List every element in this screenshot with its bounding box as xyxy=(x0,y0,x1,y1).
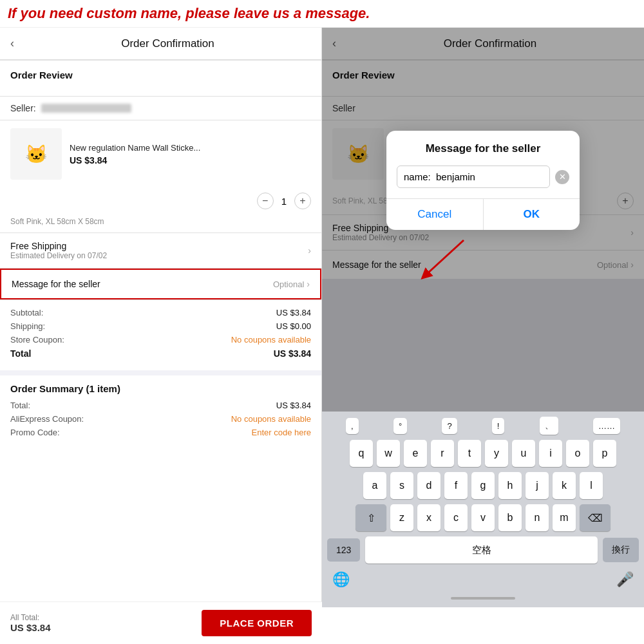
kb-exclaim-key[interactable]: ! xyxy=(492,418,505,434)
left-bottom-bar: All Total: US $3.84 PLACE ORDER xyxy=(0,601,322,607)
left-total-label: Total xyxy=(10,348,31,359)
kb-row1: q w e r t y u i o p xyxy=(322,437,644,469)
left-coupon-row: Store Coupon: No coupons available xyxy=(10,335,311,345)
kb-g[interactable]: g xyxy=(471,472,495,499)
kb-l[interactable]: l xyxy=(580,472,603,499)
dialog-actions: Cancel OK xyxy=(386,198,580,230)
kb-top-row: , ° ? ! 、 …… xyxy=(322,412,644,437)
kb-shift[interactable]: ⇧ xyxy=(355,504,386,531)
kb-r[interactable]: r xyxy=(431,440,454,467)
left-promo-value[interactable]: Enter code here xyxy=(251,428,311,437)
kb-h[interactable]: h xyxy=(498,472,522,499)
kb-m[interactable]: m xyxy=(553,504,576,531)
on-screen-keyboard: , ° ? ! 、 …… q w e r t y u i o p xyxy=(322,412,644,607)
kb-e[interactable]: e xyxy=(404,440,427,467)
left-shipping-total-value: US $0.00 xyxy=(276,321,311,331)
left-seller-value xyxy=(41,104,131,113)
kb-y[interactable]: y xyxy=(485,440,508,467)
left-seller-row: Seller: xyxy=(0,97,321,120)
kb-f[interactable]: f xyxy=(444,472,468,499)
left-aliexpress-coupon-value[interactable]: No coupons available xyxy=(231,414,311,424)
kb-n[interactable]: n xyxy=(526,504,549,531)
kb-b[interactable]: b xyxy=(498,504,522,531)
kb-row3: ⇧ z x c v b n m ⌫ xyxy=(322,502,644,534)
left-coupon-value[interactable]: No coupons available xyxy=(231,335,311,345)
dialog-input-field[interactable] xyxy=(397,166,550,188)
left-total-row: Total US $3.84 xyxy=(10,348,311,359)
left-back-icon[interactable]: ‹ xyxy=(10,37,14,50)
left-summary-total-value: US $3.84 xyxy=(276,401,311,410)
left-summary-total-row: Total: US $3.84 xyxy=(10,401,311,410)
left-order-review-section: Order Review xyxy=(0,61,321,96)
kb-o[interactable]: o xyxy=(566,440,589,467)
dialog-clear-button[interactable]: ✕ xyxy=(555,170,569,184)
left-promo-label: Promo Code: xyxy=(10,428,60,437)
kb-a[interactable]: a xyxy=(363,472,386,499)
kb-d[interactable]: d xyxy=(417,472,440,499)
left-summary-total-label: Total: xyxy=(10,401,30,410)
kb-bottom-row: 123 空格 換行 xyxy=(322,534,644,569)
left-product-row: 🐱 New regulation Name Wall Sticke... US … xyxy=(0,120,321,187)
left-shipping-row[interactable]: Free Shipping Estimated Delivery on 07/0… xyxy=(0,233,321,268)
left-shipping-label: Free Shipping xyxy=(10,241,107,251)
kb-question-key[interactable]: ? xyxy=(442,418,457,434)
seller-message-dialog: Message for the seller ✕ Cancel OK xyxy=(386,131,580,230)
kb-x[interactable]: x xyxy=(417,504,440,531)
left-subtotal-row: Subtotal: US $3.84 xyxy=(10,308,311,317)
banner-text: If you need custom name, please leave us… xyxy=(8,5,370,21)
left-order-review-label: Order Review xyxy=(10,70,311,80)
kb-q[interactable]: q xyxy=(350,440,373,467)
kb-mic-icon[interactable]: 🎤 xyxy=(616,571,634,588)
left-totals: Subtotal: US $3.84 Shipping: US $0.00 St… xyxy=(0,300,321,370)
left-promo-row: Promo Code: Enter code here xyxy=(10,428,311,437)
kb-degree-key[interactable]: ° xyxy=(393,418,407,434)
left-qty-minus[interactable]: − xyxy=(257,193,274,209)
kb-t[interactable]: t xyxy=(458,440,481,467)
dialog-input-row: ✕ xyxy=(386,162,580,198)
kb-w[interactable]: w xyxy=(377,440,400,467)
kb-home-bar xyxy=(322,589,644,607)
dialog-ok-button[interactable]: OK xyxy=(484,199,580,230)
left-subtotal-value: US $3.84 xyxy=(276,308,311,317)
dialog-cancel-button[interactable]: Cancel xyxy=(386,199,484,230)
left-product-info: New regulation Name Wall Sticke... US $3… xyxy=(70,143,311,166)
kb-ellipsis-key[interactable]: …… xyxy=(593,418,620,434)
kb-p[interactable]: p xyxy=(593,440,616,467)
left-message-row[interactable]: Message for the seller Optional › xyxy=(0,269,321,299)
kb-jp-comma-key[interactable]: 、 xyxy=(540,417,558,435)
left-total-value: US $3.84 xyxy=(274,348,311,359)
kb-num-switch[interactable]: 123 xyxy=(327,538,360,562)
dialog-title: Message for the seller xyxy=(386,131,580,162)
right-panel: ‹ Order Confirmation Order Review Seller… xyxy=(322,28,644,607)
left-variant: Soft Pink, XL 58cm X 58cm xyxy=(0,214,321,232)
kb-k[interactable]: k xyxy=(553,472,576,499)
left-header: ‹ Order Confirmation xyxy=(0,28,321,60)
kb-space[interactable]: 空格 xyxy=(365,536,598,564)
left-product-image: 🐱 xyxy=(10,128,62,180)
left-optional-label: Optional xyxy=(273,279,304,289)
left-panel-title: Order Confirmation xyxy=(24,37,311,50)
kb-i[interactable]: i xyxy=(539,440,562,467)
left-product-price: US $3.84 xyxy=(70,155,311,166)
left-shipping-total-row: Shipping: US $0.00 xyxy=(10,321,311,331)
kb-switch-key[interactable]: 換行 xyxy=(603,538,639,562)
kb-comma-key[interactable]: , xyxy=(346,418,359,434)
kb-u[interactable]: u xyxy=(512,440,535,467)
kb-j[interactable]: j xyxy=(526,472,549,499)
kb-backspace[interactable]: ⌫ xyxy=(580,504,611,531)
kb-globe-icon[interactable]: 🌐 xyxy=(332,571,350,588)
kb-z[interactable]: z xyxy=(390,504,413,531)
kb-c[interactable]: c xyxy=(444,504,468,531)
left-qty-plus[interactable]: + xyxy=(294,193,311,209)
left-message-chevron: › xyxy=(307,279,310,289)
left-qty-value: 1 xyxy=(281,196,287,207)
kb-home-bar-line xyxy=(451,597,515,600)
kb-v[interactable]: v xyxy=(471,504,495,531)
left-qty-row: − 1 + xyxy=(0,187,321,214)
left-product-name: New regulation Name Wall Sticke... xyxy=(70,143,311,153)
left-message-right: Optional › xyxy=(273,279,310,289)
left-seller-label: Seller: xyxy=(10,103,36,113)
kb-s[interactable]: s xyxy=(390,472,413,499)
left-order-summary: Order Summary (1 item) Total: US $3.84 A… xyxy=(0,375,321,449)
left-coupon-label: Store Coupon: xyxy=(10,335,64,345)
